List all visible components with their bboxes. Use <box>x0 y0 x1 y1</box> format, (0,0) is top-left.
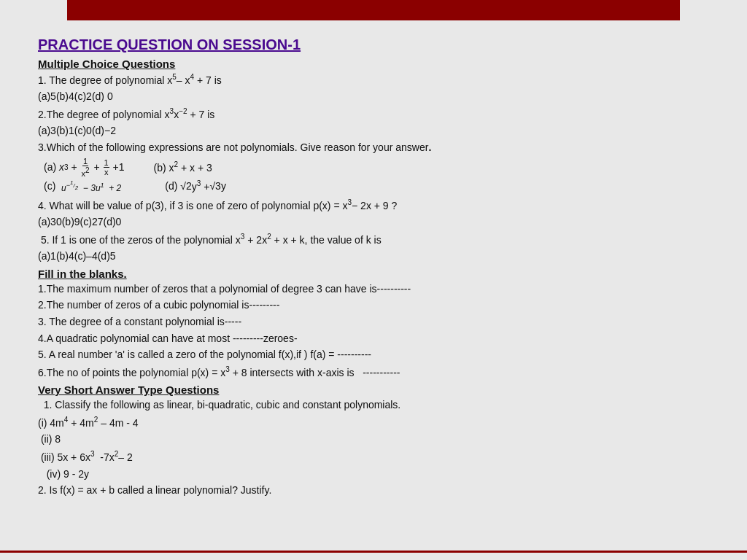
fill3: 3. The degree of a constant polynomial i… <box>38 314 709 330</box>
q3a-frac2: 1 x <box>104 158 109 176</box>
q3-line: 3.Which of the following expressions are… <box>38 140 709 156</box>
fill-section-title: Fill in the blanks. <box>38 268 709 280</box>
q3d-sqrt2: √3 <box>209 180 220 192</box>
q3a-plus: + <box>69 161 80 173</box>
vsaq1d: (iv) 9 - 2y <box>38 467 709 483</box>
vsaq2: 2. Is f(x) = ax + b called a linear poly… <box>38 483 709 499</box>
fill4: 4.A quadratic polynomial can have at mos… <box>38 331 709 347</box>
top-bar <box>67 0 680 20</box>
vsaq1c: (iii) 5x + 6x3 -7x2– 2 <box>38 448 709 465</box>
q3a-plus2: + <box>91 161 103 173</box>
vsaq1a: (i) 4m4 + 4m2 – 4m - 4 <box>38 414 709 431</box>
q3a-expr: x <box>59 161 64 173</box>
q3c-expr: u−1/2 − 3u1 + 2 <box>61 179 121 193</box>
q5-ans: (a)1(b)4(c)–4(d)5 <box>38 249 709 265</box>
main-content: PRACTICE QUESTION ON SESSION-1 Multiple … <box>38 36 709 545</box>
q3d-expr: y3 + <box>192 179 210 192</box>
fill6: 6.The no of points the polynomial p(x) =… <box>38 364 709 381</box>
q1-line: 1. The degree of polynomial x5– x4 + 7 i… <box>38 71 709 88</box>
q3d-y: y <box>221 180 226 192</box>
q3c-label: (c) <box>44 180 61 192</box>
q4-ans: (a)30(b)9(c)27(d)0 <box>38 214 709 230</box>
q2-line: 2.The degree of polynomial x3x−2 + 7 is <box>38 106 709 122</box>
q4-line: 4. What will be value of p(3), if 3 is o… <box>38 197 709 214</box>
vsaq1b: (ii) 8 <box>38 432 709 448</box>
q3d-sqrt: √2 <box>180 180 191 192</box>
q3a-label: (a) <box>44 161 59 173</box>
q5-line: 5. If 1 is one of the zeros of the polyn… <box>38 231 709 248</box>
vsaq1-line: 1. Classify the following as linear, bi-… <box>38 397 709 413</box>
q3a-plus3: +1 <box>110 161 125 173</box>
bottom-bar <box>0 551 747 553</box>
q3b-label: (b) x2 + x + 3 <box>154 160 212 174</box>
fill1: 1.The maximum number of zeros that a pol… <box>38 281 709 298</box>
q3d-label: (d) <box>165 180 180 192</box>
fill2: 2.The number of zeros of a cubic polynom… <box>38 298 709 314</box>
fill5: 5. A real number 'a' is called a zero of… <box>38 347 709 363</box>
mcq-section-title: Multiple Choice Questions <box>38 58 709 70</box>
q1-ans: (a)5(b)4(c)2(d) 0 <box>38 89 709 105</box>
q2-ans: (a)3(b)1(c)0(d)−2 <box>38 123 709 139</box>
vsaq-section-title: Very Short Answer Type Questions <box>38 384 709 396</box>
q3a-frac1: 1 x2 <box>81 157 90 178</box>
page-title: PRACTICE QUESTION ON SESSION-1 <box>38 36 709 53</box>
